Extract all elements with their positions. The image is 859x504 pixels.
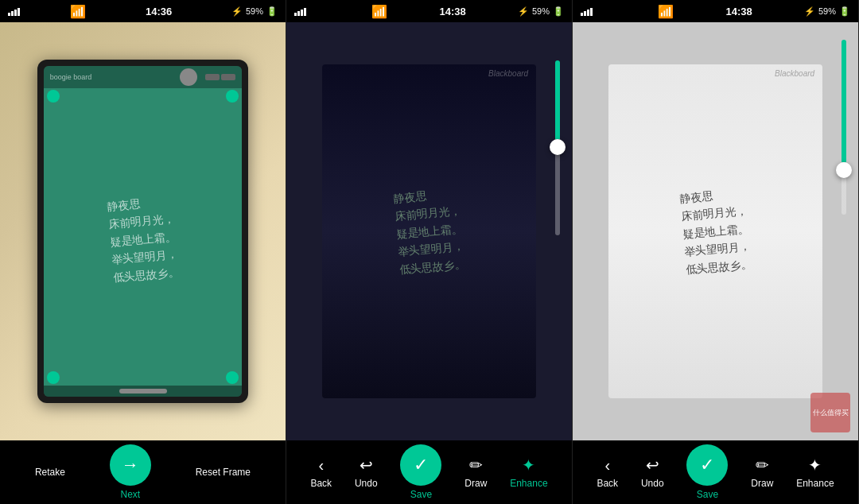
watermark-text: 什么值得买 [813,408,849,418]
signal-bar [587,10,589,16]
background-3: Blackboard 静夜思床前明月光，疑是地上霜。举头望明月，低头思故乡。 什… [573,22,858,440]
phone-panel-2: 中国移动 ▾ 📶 14:38 ⚡ 59% 🔋 Blackboard 静夜思床前明… [286,0,573,504]
draw-icon-3: ✏ [756,456,769,475]
time-1: 14:36 [146,6,172,17]
tablet-brand: boogie board [50,73,92,81]
enhance-slider-3[interactable] [836,40,852,215]
battery-icon-2: 🔋 [553,6,564,17]
toolbar-1: Retake → Next Reset Frame [0,440,286,504]
signal-bar [14,10,17,16]
reset-frame-button[interactable]: Reset Frame [196,467,251,478]
toolbar-2: ‹ Back ↩ Undo ✓ Save ✏ Draw ✦ Enhance [286,440,572,504]
battery-percent-1: 59% [246,6,263,16]
save-button-3[interactable]: ✓ Save [686,444,728,500]
time-3: 14:38 [726,6,752,17]
chinese-poem-text-2: 静夜思床前明月光，疑是地上霜。举头望明月，低头思故乡。 [392,184,466,279]
draw-icon: ✏ [469,456,483,475]
signal-bar [301,10,303,16]
draw-button-3[interactable]: ✏ Draw [751,456,773,489]
carrier-name-1: 中国移动 ▾ [22,5,68,18]
undo-button-3[interactable]: ↩ Undo [641,456,664,489]
draw-button-2[interactable]: ✏ Draw [464,456,487,489]
battery-icon-3: 🔋 [839,6,850,17]
back-label-2: Back [310,478,332,489]
back-button-3[interactable]: ‹ Back [597,456,618,489]
wifi-icon-1: 📶 [70,4,86,19]
save-label-2: Save [410,489,432,500]
signal-bar [297,11,300,16]
bluetooth-icon-3: ⚡ [804,6,815,17]
save-button-2[interactable]: ✓ Save [400,444,441,500]
signal-bar [11,11,14,16]
slider-thumb-3[interactable] [836,162,852,178]
back-icon: ‹ [318,456,324,475]
battery-icon-1: 🔋 [266,6,278,17]
tablet-buttons [205,74,235,80]
signal-bar [294,13,297,16]
background-2: Blackboard 静夜思床前明月光，疑是地上霜。举头望明月，低头思故乡。 [286,22,572,440]
tablet-btn-1 [205,74,220,80]
tablet-power-button [180,68,197,86]
slider-track-3 [842,40,846,215]
scan-area-2: Blackboard 静夜思床前明月光，疑是地上霜。举头望明月，低头思故乡。 [286,22,572,440]
signal-bar [304,8,306,16]
slider-thumb-2[interactable] [550,139,566,155]
dark-writing-area: 静夜思床前明月光，疑是地上霜。举头望明月，低头思故乡。 [330,88,528,375]
status-bar-1: 中国移动 ▾ 📶 14:36 ⚡ 59% 🔋 [0,0,286,22]
status-bar-2: 中国移动 ▾ 📶 14:38 ⚡ 59% 🔋 [286,0,572,22]
carrier-signal-2: 中国移动 ▾ 📶 [294,3,387,20]
bluetooth-icon-2: ⚡ [518,6,529,17]
tablet-pen [119,389,167,394]
next-label: Next [120,489,140,500]
signal-bar [590,8,593,16]
wifi-icon-3: 📶 [658,4,674,19]
undo-icon: ↩ [360,456,373,475]
undo-icon-3: ↩ [646,456,659,475]
phone-panel-3: 中国移动 ▾ 📶 14:38 ⚡ 59% 🔋 Blackboard 静夜思床前明… [573,0,859,504]
tablet-btn-2 [221,74,235,80]
retake-button[interactable]: Retake [35,467,65,478]
chinese-poem-text-3: 静夜思床前明月光，疑是地上霜。举头望明月，低头思故乡。 [678,184,752,279]
tablet-top-bar: boogie board [44,66,243,88]
signal-bar [584,11,586,16]
background-1: boogie board 静夜思床前明月光，疑是地上霜。举头望明月，低头 [0,22,286,440]
brand-label-2: Blackboard [488,69,528,78]
signal-bars-2 [294,6,306,16]
tablet-device: boogie board 静夜思床前明月光，疑是地上霜。举头望明月，低头 [37,60,249,402]
carrier-signal-3: 中国移动 ▾ 📶 [581,3,674,20]
back-label-3: Back [597,478,618,489]
draw-label-2: Draw [464,478,487,489]
carrier-name-3: 中国移动 ▾ [595,3,655,20]
undo-label-3: Undo [641,478,664,489]
enhance-slider-2[interactable] [550,60,566,235]
carrier-signal-1: 中国移动 ▾ 📶 [8,4,86,19]
signal-bars-3 [581,6,593,16]
next-button[interactable]: → Next [110,444,151,500]
back-icon-3: ‹ [604,456,610,475]
back-button-2[interactable]: ‹ Back [310,456,332,489]
toolbar-3: ‹ Back ↩ Undo ✓ Save ✏ Draw ✦ Enhance [573,440,858,504]
battery-percent-3: 59% [818,6,836,16]
undo-label-2: Undo [355,478,378,489]
save-check-icon-2[interactable]: ✓ [400,444,441,486]
right-status-icons-2: ⚡ 59% 🔋 [518,6,564,17]
right-status-icons-3: ⚡ 59% 🔋 [804,6,850,17]
slider-track-2 [555,60,560,235]
battery-percent-2: 59% [532,6,550,16]
enhance-button-2[interactable]: ✦ Enhance [510,456,547,489]
wifi-icon-2: 📶 [371,4,387,19]
enhance-button-3[interactable]: ✦ Enhance [796,456,834,489]
tablet-writing-area: 静夜思床前明月光，疑是地上霜。举头望明月，低头思故乡。 [52,98,235,380]
bluetooth-icon-1: ⚡ [231,6,243,17]
carrier-name-2: 中国移动 ▾ [309,3,369,20]
tablet-bottom-bar [44,386,243,397]
draw-label-3: Draw [751,478,773,489]
light-scan-content: Blackboard 静夜思床前明月光，疑是地上霜。举头望明月，低头思故乡。 [608,64,822,399]
time-2: 14:38 [440,6,466,17]
enhance-label-3: Enhance [796,478,834,489]
enhance-label-2: Enhance [510,478,547,489]
next-circle-icon[interactable]: → [110,444,151,486]
retake-label: Retake [35,467,65,478]
undo-button-2[interactable]: ↩ Undo [355,456,378,489]
save-check-icon-3[interactable]: ✓ [686,444,728,486]
